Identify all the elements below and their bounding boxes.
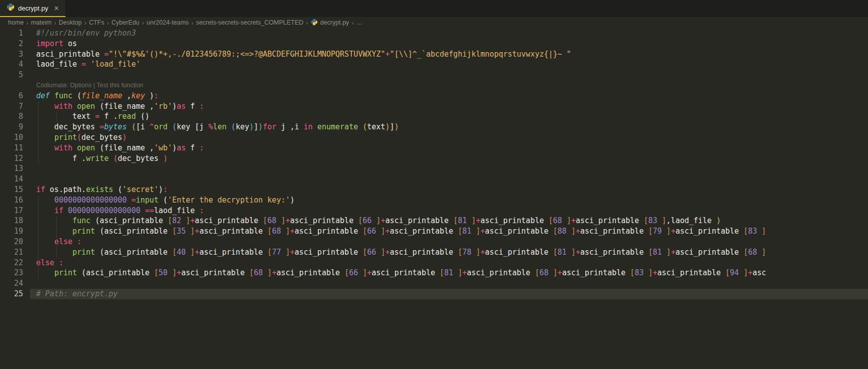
code-line-text[interactable]: print (asci_printable [40 ]+asci_printab… bbox=[30, 247, 868, 258]
line-number: 21 bbox=[0, 247, 30, 258]
code-line-text[interactable]: if 0000000000000000 ==laod_file : bbox=[30, 206, 868, 216]
chevron-right-icon: › bbox=[142, 19, 144, 27]
line-number: 2 bbox=[0, 39, 30, 49]
code-line-text[interactable]: else : bbox=[30, 258, 868, 268]
code-line: 16 0000000000000000 =input ('Enter the d… bbox=[0, 195, 868, 206]
line-number: 12 bbox=[0, 153, 30, 164]
code-line-text[interactable] bbox=[30, 174, 868, 184]
code-line-text[interactable]: 0000000000000000 =input ('Enter the decr… bbox=[30, 195, 868, 206]
line-number: 4 bbox=[0, 59, 30, 70]
code-line: 6def func (file_name ,key ): bbox=[0, 91, 868, 101]
code-line-text[interactable]: print (asci_printable [50 ]+asci_printab… bbox=[30, 268, 868, 278]
code-line: 4laod_file = 'load_file' bbox=[0, 59, 868, 70]
code-line: 15if os.path.exists ('secret'): bbox=[0, 184, 868, 195]
python-icon bbox=[311, 19, 319, 27]
code-line-text[interactable]: with open (file_name ,'rb')as f : bbox=[30, 101, 868, 112]
code-line: 25# Path: encrypt.py bbox=[0, 289, 868, 299]
breadcrumb-item[interactable]: … bbox=[356, 19, 363, 26]
code-line: 7 with open (file_name ,'rb')as f : bbox=[0, 101, 868, 112]
breadcrumb-item[interactable]: CTFs bbox=[89, 19, 104, 26]
code-line: 24 bbox=[0, 278, 868, 289]
close-icon[interactable]: ✕ bbox=[54, 5, 59, 12]
code-line-text[interactable]: text = f .read () bbox=[30, 111, 868, 122]
code-line: 14 bbox=[0, 174, 868, 184]
line-number: 23 bbox=[0, 268, 30, 278]
code-area: 1#!/usr/bin/env python32import os3asci_p… bbox=[0, 28, 868, 299]
indent-guide bbox=[56, 216, 57, 257]
code-line-text[interactable]: print(dec_bytes) bbox=[30, 132, 868, 143]
breadcrumb-item[interactable]: unr2024-teams bbox=[147, 19, 189, 26]
code-line: 19 print (asci_printable [35 ]+asci_prin… bbox=[0, 226, 868, 237]
line-number: 1 bbox=[0, 28, 30, 39]
chevron-right-icon: › bbox=[306, 19, 308, 27]
code-line-text[interactable]: laod_file = 'load_file' bbox=[30, 59, 868, 70]
line-number: 18 bbox=[0, 216, 30, 226]
chevron-right-icon: › bbox=[107, 19, 109, 27]
python-icon bbox=[7, 3, 15, 13]
tab-decrypt-py[interactable]: decrypt.py ✕ bbox=[0, 0, 66, 17]
line-number: 17 bbox=[0, 206, 30, 216]
code-line: 9 dec_bytes =bytes ([i ^ord (key [j %len… bbox=[0, 122, 868, 132]
code-line-text[interactable]: dec_bytes =bytes ([i ^ord (key [j %len (… bbox=[30, 122, 868, 132]
indent-guide bbox=[38, 101, 39, 164]
line-number: 3 bbox=[0, 49, 30, 60]
code-line-text[interactable]: with open (file_name ,'wb')as f : bbox=[30, 143, 868, 153]
code-line: 20 else : bbox=[0, 237, 868, 247]
codelens-row: Codiumate: Options | Test this function bbox=[0, 80, 868, 91]
code-line: 17 if 0000000000000000 ==laod_file : bbox=[0, 206, 868, 216]
code-line: 3asci_printable ="!\"#$%&'()*+,-./012345… bbox=[0, 49, 868, 60]
breadcrumb-item[interactable]: home bbox=[8, 19, 24, 26]
code-line-text[interactable]: # Path: encrypt.py bbox=[30, 289, 868, 299]
code-line-text[interactable]: func (asci_printable [82 ]+asci_printabl… bbox=[30, 216, 868, 226]
chevron-right-icon: › bbox=[54, 19, 56, 27]
breadcrumb-item[interactable]: Desktop bbox=[59, 19, 82, 26]
code-line: 23 print (asci_printable [50 ]+asci_prin… bbox=[0, 268, 868, 278]
code-line-text[interactable]: print (asci_printable [35 ]+asci_printab… bbox=[30, 226, 868, 237]
breadcrumb-item[interactable]: decrypt.py bbox=[311, 19, 349, 27]
line-number: 5 bbox=[0, 70, 30, 80]
chevron-right-icon: › bbox=[84, 19, 86, 27]
vscode-editor-window: decrypt.py ✕ home›mateim›Desktop›CTFs›Cy… bbox=[0, 0, 868, 369]
line-number: 6 bbox=[0, 91, 30, 101]
indent-guide bbox=[38, 195, 39, 278]
code-line-text[interactable]: f .write (dec_bytes ) bbox=[30, 153, 868, 164]
tab-bar: decrypt.py ✕ bbox=[0, 0, 868, 17]
codelens-actions[interactable]: Codiumate: Options | Test this function bbox=[30, 80, 868, 91]
code-line: 13 bbox=[0, 163, 868, 174]
line-number: 16 bbox=[0, 195, 30, 206]
line-number: 15 bbox=[0, 184, 30, 195]
code-line: 2import os bbox=[0, 39, 868, 49]
line-number: 8 bbox=[0, 111, 30, 122]
code-line: 1#!/usr/bin/env python3 bbox=[0, 28, 868, 39]
code-line-text[interactable]: def func (file_name ,key ): bbox=[30, 91, 868, 101]
line-number: 25 bbox=[0, 289, 30, 299]
code-line-text[interactable]: if os.path.exists ('secret'): bbox=[30, 184, 868, 195]
indent-guide bbox=[56, 111, 57, 122]
code-line: 8 text = f .read () bbox=[0, 111, 868, 122]
code-line-text[interactable]: else : bbox=[30, 237, 868, 247]
code-line-text[interactable] bbox=[30, 70, 868, 80]
code-line-text[interactable]: import os bbox=[30, 39, 868, 49]
chevron-right-icon: › bbox=[191, 19, 193, 27]
line-number: 10 bbox=[0, 132, 30, 143]
breadcrumb-item[interactable]: CyberEdu bbox=[111, 19, 140, 26]
line-number: 9 bbox=[0, 122, 30, 132]
code-line-text[interactable]: asci_printable ="!\"#$%&'()*+,-./0123456… bbox=[30, 49, 868, 60]
code-line-text[interactable]: #!/usr/bin/env python3 bbox=[30, 28, 868, 39]
code-line-text[interactable] bbox=[30, 278, 868, 289]
chevron-right-icon: › bbox=[26, 19, 28, 27]
line-number: 20 bbox=[0, 237, 30, 247]
line-number: 13 bbox=[0, 163, 30, 174]
line-number: 14 bbox=[0, 174, 30, 184]
code-line-text[interactable] bbox=[30, 163, 868, 174]
code-line: 11 with open (file_name ,'wb')as f : bbox=[0, 143, 868, 153]
line-number: 7 bbox=[0, 101, 30, 112]
line-number: 11 bbox=[0, 143, 30, 153]
code-line: 10 print(dec_bytes) bbox=[0, 132, 868, 143]
breadcrumb-item[interactable]: secrets-secrets-secrets_COMPLETED bbox=[196, 19, 303, 26]
chevron-right-icon: › bbox=[351, 19, 353, 27]
code-line: 12 f .write (dec_bytes ) bbox=[0, 153, 868, 164]
code-line: 18 func (asci_printable [82 ]+asci_print… bbox=[0, 216, 868, 226]
breadcrumb-item[interactable]: mateim bbox=[31, 19, 52, 26]
code-line: 5 bbox=[0, 70, 868, 80]
